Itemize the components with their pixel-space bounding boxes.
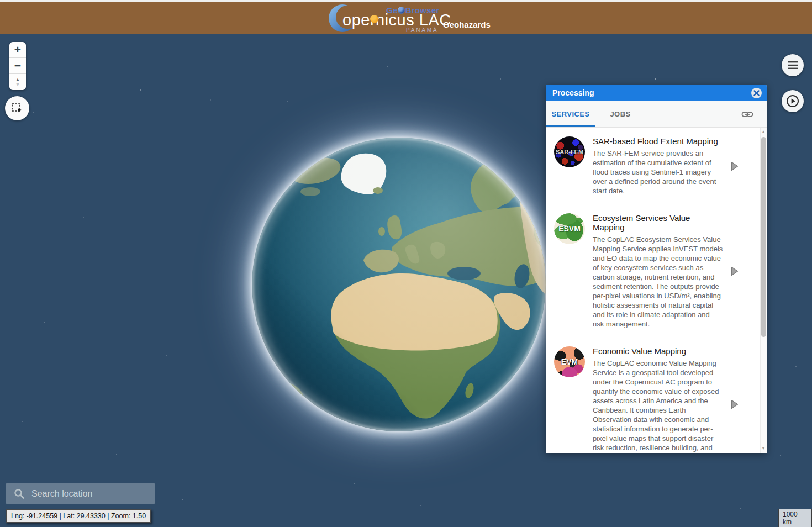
service-list-item[interactable]: ESVM Ecosystem Services Value Mapping Th… — [546, 204, 753, 338]
map-scale-bar: 1000 km — [778, 509, 812, 527]
panel-scrollbar[interactable]: ▲ ▼ — [760, 128, 767, 453]
service-list-item[interactable]: SAR-FEM SAR-based Flood Extent Mapping T… — [546, 128, 753, 204]
services-list: SAR-FEM SAR-based Flood Extent Mapping T… — [546, 128, 767, 453]
active-tab-indicator — [546, 125, 595, 127]
panel-title: Processing — [552, 88, 751, 97]
service-text: Ecosystem Services Value Mapping The Cop… — [593, 213, 723, 329]
service-run-cell — [723, 213, 747, 329]
earth-globe[interactable] — [244, 130, 553, 439]
coordinates-readout: Lng: -91.24559 | Lat: 29.43330 | Zoom: 1… — [6, 509, 151, 523]
background-stars — [0, 34, 1, 35]
zoom-out-button[interactable]: − — [9, 58, 26, 73]
processing-panel-header[interactable]: Processing — [546, 85, 767, 101]
section-label: Geohazards — [443, 20, 491, 29]
service-abbr-label: ESVM — [558, 224, 581, 233]
copy-link-button[interactable] — [741, 109, 753, 122]
processing-panel: Processing SERVICES JOBS — [546, 85, 767, 453]
service-description: The CopLAC economic Value Mapping Servic… — [593, 359, 723, 453]
run-button[interactable] — [782, 90, 804, 112]
service-run-cell — [723, 136, 747, 196]
menu-button[interactable] — [782, 54, 804, 76]
search-box — [6, 483, 155, 504]
panel-close-button[interactable] — [751, 88, 762, 98]
service-description: The CopLAC Ecosystem Services Value Mapp… — [593, 235, 723, 329]
scrollbar-thumb[interactable] — [761, 137, 766, 337]
service-title: Economic Value Mapping — [593, 346, 723, 356]
service-avatar: ESVM — [554, 213, 585, 244]
zoom-control: + − ▲ ▼ — [9, 42, 26, 90]
services-items: SAR-FEM SAR-based Flood Extent Mapping T… — [546, 128, 753, 453]
zoom-in-button[interactable]: + — [9, 42, 26, 57]
service-title: SAR-based Flood Extent Mapping — [593, 136, 723, 146]
scroll-down-icon[interactable]: ▼ — [760, 446, 767, 451]
run-service-icon[interactable] — [731, 161, 739, 171]
search-input[interactable] — [6, 483, 155, 504]
service-abbr-label: EVM — [561, 357, 578, 366]
service-abbr-label: SAR-FEM — [556, 149, 583, 155]
play-circle-icon — [786, 94, 799, 108]
tab-services[interactable]: SERVICES — [546, 101, 595, 127]
panama-label: PANAMÁ — [406, 27, 438, 33]
service-avatar: SAR-FEM — [554, 136, 585, 167]
hamburger-icon — [787, 61, 798, 70]
service-text: Economic Value Mapping The CopLAC econom… — [593, 346, 723, 453]
dashed-select-icon — [10, 102, 24, 115]
service-run-cell — [723, 346, 747, 453]
app-header: GeBrowser opernicus LAC PANAMÁ Geohazard… — [0, 2, 812, 34]
area-select-button[interactable] — [5, 96, 29, 120]
service-text: SAR-based Flood Extent Mapping The SAR-F… — [593, 136, 723, 196]
scroll-up-icon[interactable]: ▲ — [760, 129, 767, 134]
map-canvas[interactable]: + − ▲ ▼ — [0, 34, 812, 527]
copernicus-orange-dot-icon — [370, 15, 378, 23]
run-service-icon[interactable] — [731, 266, 739, 276]
close-icon — [753, 90, 760, 96]
window-top-strip — [0, 0, 812, 2]
service-description: The SAR-FEM service provides an estimati… — [593, 149, 723, 196]
panel-tabbar: SERVICES JOBS — [546, 101, 767, 128]
tilt-control[interactable]: ▲ ▼ — [9, 74, 26, 90]
service-list-item[interactable]: EVM Economic Value Mapping The CopLAC ec… — [546, 338, 753, 453]
service-title: Ecosystem Services Value Mapping — [593, 213, 723, 232]
tilt-down-icon[interactable]: ▼ — [15, 82, 20, 87]
app-window: GeBrowser opernicus LAC PANAMÁ Geohazard… — [0, 0, 812, 527]
copernicus-lac-logo: GeBrowser opernicus LAC PANAMÁ — [328, 2, 444, 34]
tab-jobs[interactable]: JOBS — [595, 101, 645, 127]
run-service-icon[interactable] — [731, 399, 739, 409]
service-avatar: EVM — [554, 346, 585, 377]
link-icon — [741, 109, 753, 120]
